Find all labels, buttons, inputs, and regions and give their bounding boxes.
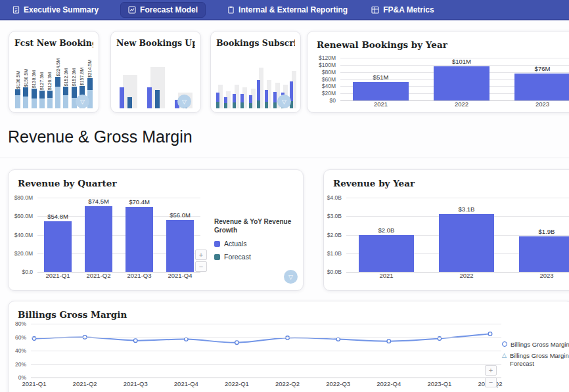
data-point[interactable] [488, 332, 492, 336]
x-axis-label: 2023 [502, 100, 569, 111]
bar[interactable] [147, 87, 152, 108]
y-axis: $120M$100M$80M$60M$40M$20M$0 [313, 58, 340, 100]
bar[interactable] [125, 207, 154, 272]
bar-segment-dark [47, 91, 53, 98]
bar[interactable] [265, 90, 268, 101]
bar[interactable] [353, 82, 409, 100]
bar[interactable] [519, 236, 569, 272]
bar[interactable] [265, 102, 268, 108]
bar[interactable] [273, 92, 277, 102]
legend-item-actuals[interactable]: Billings Gross Margin Ac [502, 341, 569, 349]
bar-segment-dark [72, 87, 77, 97]
x-axis-label: 2021-Q3 [116, 380, 155, 387]
card-bookings-subscription: Bookings Subscri... ▽ [210, 31, 301, 113]
bar-value-label: $1.9B [539, 228, 555, 235]
gridline [31, 364, 501, 365]
bar[interactable] [15, 89, 20, 108]
x-axis-label: 2023-Q1 [420, 380, 459, 387]
bar[interactable] [39, 91, 45, 108]
billings-line-chart: 80%60%40%20%0%2021-Q12021-Q22021-Q32021-… [12, 324, 501, 387]
bar[interactable] [63, 87, 68, 108]
bar[interactable] [359, 235, 414, 272]
quarter-bar-chart: $80.0M$60.0M$40.0M$20.0M$0.0$54.8M$74.5M… [10, 198, 200, 283]
card-revenue-by-quarter: Revenue by Quarter $80.0M$60.0M$40.0M$20… [8, 169, 304, 291]
bar[interactable] [240, 94, 244, 102]
tab-fpa-metrics[interactable]: FP&A Metrics [369, 2, 436, 18]
bar[interactable] [240, 102, 244, 108]
card-title: Revenue by Year [333, 178, 569, 188]
zoom-out-button[interactable]: − [195, 261, 207, 272]
bar[interactable] [439, 214, 494, 272]
bar[interactable] [44, 221, 72, 272]
bar[interactable] [249, 103, 252, 108]
bar[interactable] [224, 103, 227, 108]
bar[interactable] [233, 102, 236, 108]
card-revenue-by-year: Revenue by Year $4.0B$3.0B$2.0B$1.0B$0.0… [323, 169, 569, 291]
bar[interactable] [47, 91, 53, 108]
data-point[interactable] [133, 339, 137, 343]
card-new-bookings-uplift: New Bookings Up... ▽ [110, 31, 201, 113]
bar[interactable] [273, 102, 277, 108]
x-axis: 202120222023 [346, 272, 569, 283]
bar[interactable] [120, 87, 124, 108]
x-axis-label: 2021 [340, 100, 421, 111]
gridline [31, 324, 501, 324]
data-point[interactable] [336, 338, 340, 341]
bar-column: $138.3M [30, 70, 37, 108]
x-axis-label: 2022-Q3 [319, 380, 358, 387]
x-axis-label: 2021-Q4 [160, 272, 200, 283]
bar-column: $1.9B [507, 198, 569, 272]
plot-area: $54.8M$74.5M$70.4M$56.0M [37, 198, 200, 272]
bar-group [120, 56, 137, 108]
document-icon [12, 6, 20, 14]
bar[interactable] [216, 102, 219, 108]
bar[interactable] [127, 97, 132, 108]
dashboard-page: Executive Summary Forecast Model Interna… [0, 0, 569, 392]
bar[interactable] [257, 80, 260, 101]
legend-item-forecast[interactable]: △ Billings Gross Margin Forecast [502, 352, 569, 368]
bar-group [249, 56, 254, 108]
zoom-out-button[interactable]: − [485, 377, 497, 387]
bar[interactable] [166, 220, 194, 272]
tab-executive-summary[interactable]: Executive Summary [11, 2, 101, 18]
legend-item-actuals[interactable]: Actuals [214, 240, 306, 248]
bar[interactable] [249, 95, 252, 103]
bar-value-label: $76M [535, 65, 551, 72]
data-point[interactable] [185, 338, 189, 341]
y-axis-tick: $0 [330, 97, 336, 104]
bar[interactable] [224, 97, 227, 103]
zoom-in-button[interactable]: + [485, 365, 497, 376]
bar-segment-dark [87, 78, 93, 90]
bar-value-label: $54.8M [47, 213, 68, 220]
bar[interactable] [85, 206, 113, 272]
bar[interactable] [434, 66, 489, 100]
bar-segment-light [39, 98, 45, 108]
bar[interactable] [55, 77, 60, 108]
section-title: Revenue & Gross Margin [8, 127, 193, 146]
zoom-in-button[interactable]: + [195, 250, 207, 260]
bar[interactable] [514, 74, 569, 100]
card-title: Billings Gross Margin [18, 309, 566, 320]
bar-value-label: $152.3M [72, 68, 76, 86]
bar-column: $152.3M [62, 68, 69, 108]
data-point[interactable] [387, 339, 391, 343]
data-point[interactable] [235, 341, 239, 345]
tab-internal-external-reporting[interactable]: Internal & External Reporting [225, 2, 350, 18]
x-axis-label: 2021-Q3 [119, 272, 160, 283]
bar[interactable] [23, 87, 28, 108]
legend-item-forecast[interactable]: Forecast [214, 253, 306, 261]
bar[interactable] [32, 89, 37, 108]
legend-label: Actuals [224, 240, 246, 248]
x-axis-label: 2021-Q1 [37, 272, 78, 283]
bar[interactable] [257, 100, 260, 108]
bar[interactable] [155, 90, 160, 108]
bar[interactable] [216, 93, 219, 101]
bar-value-label: $136.5M [16, 71, 20, 89]
chart-legend: Billings Gross Margin Ac △ Billings Gros… [502, 341, 569, 371]
tab-forecast-model[interactable]: Forecast Model [120, 2, 206, 18]
bar[interactable] [233, 94, 236, 102]
bar-column: $136.5M [14, 71, 21, 108]
section-divider [0, 158, 569, 158]
y-axis-tick: $3.0B [327, 213, 342, 219]
bar-column: $74.5M [78, 198, 119, 272]
